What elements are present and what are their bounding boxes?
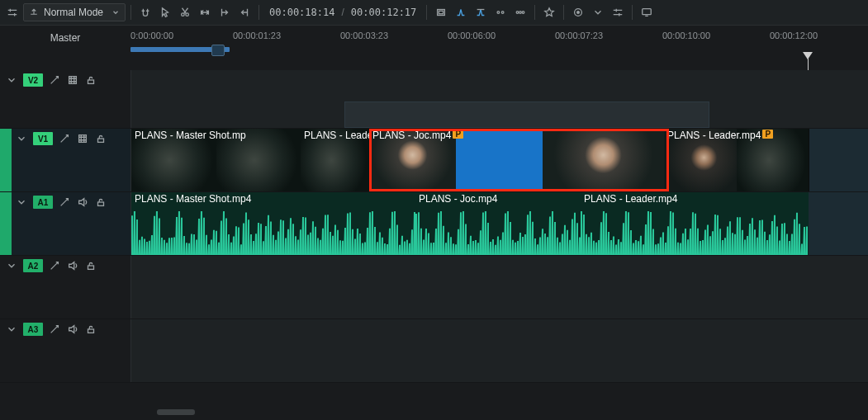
mode-label: Normal Mode	[44, 7, 103, 18]
clip-title: PLANS - Joc.mp4	[415, 192, 581, 205]
trim-in-icon[interactable]	[216, 4, 234, 21]
collapse-icon[interactable]	[15, 132, 28, 145]
ruler-tick: 00:00:10:00	[662, 31, 710, 40]
film-icon[interactable]	[76, 132, 89, 145]
track-head-v2[interactable]: V2	[0, 70, 130, 128]
edit-mode-select[interactable]: Normal Mode	[23, 3, 126, 21]
track-body-v1[interactable]: PLANS - Master Shot.mpPLANS - LeadePLANS…	[131, 129, 868, 191]
ruler-tick: 00:00:03:23	[340, 31, 388, 40]
svg-point-6	[517, 12, 519, 14]
track-body-v2[interactable]	[131, 70, 868, 128]
playhead[interactable]	[808, 52, 809, 71]
trackfx-icon[interactable]	[58, 196, 71, 209]
svg-rect-17	[88, 266, 94, 269]
lock-icon[interactable]	[84, 323, 97, 336]
monitor-icon[interactable]	[638, 4, 656, 21]
svg-rect-13	[88, 80, 94, 83]
zoom-thumb[interactable]	[211, 45, 225, 56]
lock-icon[interactable]	[84, 73, 97, 87]
placeholder-clip[interactable]	[344, 101, 709, 128]
video-clip[interactable]: PLANS - Leader.mp4P	[664, 129, 809, 191]
time-ruler[interactable]: 00:00:00:0000:00:01:2300:00:03:2300:00:0…	[130, 26, 868, 71]
speaker-icon[interactable]	[76, 196, 89, 209]
clip-title: PLANS - Leader.mp4	[581, 192, 809, 205]
clip-title: PLANS - Master Shot.mp	[131, 129, 301, 142]
mix-icon-2[interactable]	[472, 4, 490, 21]
favorite-icon[interactable]	[540, 4, 558, 21]
record-icon[interactable]	[569, 4, 587, 21]
track-body-a3[interactable]	[131, 319, 868, 382]
svg-rect-15	[98, 139, 104, 142]
track-head-a1[interactable]: A1	[0, 192, 130, 255]
ruler-tick: 00:00:06:00	[448, 31, 496, 40]
master-label[interactable]: Master	[0, 26, 130, 77]
track-chip-a1[interactable]: A1	[33, 196, 53, 209]
track-chip-v1[interactable]: V1	[33, 132, 53, 145]
collapse-icon[interactable]	[15, 196, 28, 209]
svg-point-0	[182, 13, 185, 17]
composition-icon[interactable]	[432, 4, 450, 21]
svg-point-1	[186, 13, 189, 17]
speaker-icon[interactable]	[66, 259, 79, 272]
lock-icon[interactable]	[94, 132, 107, 145]
audio-clip[interactable]: PLANS - Joc.mp4	[415, 192, 581, 255]
trackfx-icon[interactable]	[48, 259, 61, 272]
track-chip-v2[interactable]: V2	[23, 73, 43, 87]
track-head-a2[interactable]: A2	[0, 256, 130, 319]
sliders-icon[interactable]	[609, 4, 627, 21]
svg-rect-14	[79, 135, 87, 143]
track-active-marker	[0, 192, 12, 255]
clip-title: PLANS - Leade	[301, 129, 369, 142]
svg-rect-18	[88, 329, 94, 333]
timecode-total: 00:00:12:17	[346, 7, 421, 18]
svg-point-8	[523, 12, 525, 14]
chevron-down-icon[interactable]	[589, 4, 607, 21]
svg-point-10	[577, 12, 580, 14]
video-clip[interactable]: PLANS - Joc.mp4P	[369, 129, 543, 191]
trackfx-icon[interactable]	[48, 323, 61, 336]
ruler-tick: 00:00:00:00	[130, 31, 173, 40]
video-clip[interactable]: PLANS - Leade	[301, 129, 370, 191]
clip-title: PLANS - Joc.mp4P	[369, 129, 543, 142]
video-clip[interactable]: PLANS - Master Shot.mp	[131, 129, 301, 191]
collapse-icon[interactable]	[5, 323, 18, 336]
film-icon[interactable]	[66, 73, 79, 87]
lock-icon[interactable]	[94, 196, 107, 209]
settings-icon[interactable]	[3, 4, 21, 21]
trim-out-icon[interactable]	[235, 4, 254, 21]
track-body-a1[interactable]: PLANS - Master Shot.mp4PLANS - Joc.mp4PL…	[131, 192, 868, 255]
svg-rect-12	[69, 77, 77, 84]
audio-clip[interactable]: PLANS - Master Shot.mp4	[131, 192, 415, 255]
dots-icon-1[interactable]	[491, 4, 510, 21]
track-active-marker	[0, 129, 12, 191]
dots-icon-2[interactable]	[511, 4, 529, 21]
svg-point-7	[519, 12, 522, 14]
timecode-current[interactable]: 00:00:18:14	[264, 7, 339, 18]
track-head-v1[interactable]: V1	[0, 129, 130, 191]
ruler-tick: 00:00:07:23	[555, 31, 603, 40]
pointer-icon[interactable]	[156, 4, 174, 21]
video-clip[interactable]	[543, 129, 665, 191]
clip-title: PLANS - Leader.mp4P	[664, 129, 809, 142]
speaker-icon[interactable]	[66, 323, 79, 336]
trackfx-icon[interactable]	[48, 73, 61, 87]
svg-point-4	[497, 12, 500, 14]
track-chip-a2[interactable]: A2	[23, 259, 43, 272]
timeline-toolbar: Normal Mode 00:00:18:14 / 00:00:12:17	[0, 0, 868, 26]
svg-rect-3	[439, 11, 443, 14]
collapse-icon[interactable]	[5, 73, 18, 87]
spacer-icon[interactable]	[196, 4, 214, 21]
lock-icon[interactable]	[84, 259, 97, 272]
track-head-a3[interactable]: A3	[0, 319, 130, 382]
svg-rect-11	[643, 9, 652, 15]
audio-clip[interactable]: PLANS - Leader.mp4	[581, 192, 809, 255]
snap-icon[interactable]	[136, 4, 154, 21]
horizontal-scrollbar[interactable]	[157, 409, 195, 415]
track-chip-a3[interactable]: A3	[23, 323, 43, 336]
cut-icon[interactable]	[176, 4, 194, 21]
trackfx-icon[interactable]	[58, 132, 71, 145]
track-body-a2[interactable]	[131, 256, 868, 319]
mix-icon-1[interactable]	[452, 4, 470, 21]
collapse-icon[interactable]	[5, 259, 18, 272]
clip-title: PLANS - Master Shot.mp4	[131, 192, 415, 205]
